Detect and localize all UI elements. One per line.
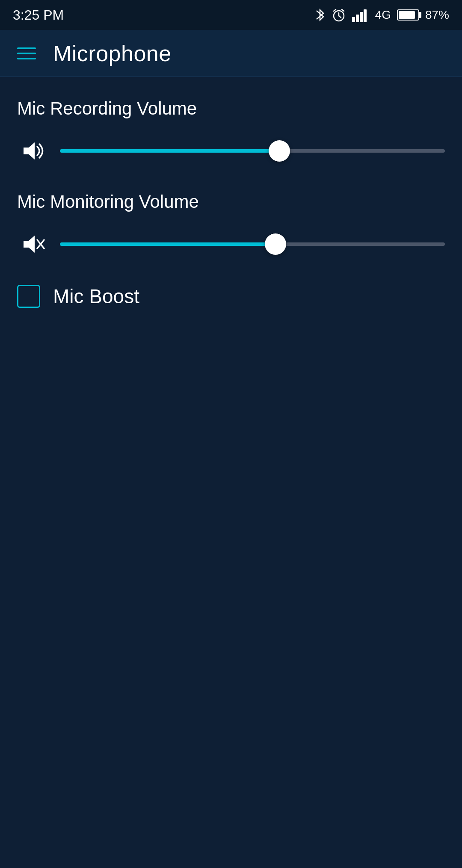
battery-icon bbox=[397, 9, 419, 21]
network-type: 4G bbox=[375, 8, 391, 22]
status-bar: 3:25 PM 4G bbox=[0, 0, 462, 30]
svg-marker-10 bbox=[24, 236, 35, 253]
mic-monitoring-slider-row bbox=[17, 229, 445, 259]
mic-recording-label: Mic Recording Volume bbox=[17, 98, 445, 119]
svg-line-3 bbox=[334, 9, 336, 11]
status-time: 3:25 PM bbox=[13, 7, 64, 23]
svg-line-2 bbox=[339, 16, 341, 18]
volume-on-icon bbox=[17, 136, 47, 166]
mic-monitoring-slider[interactable] bbox=[60, 231, 445, 257]
mic-boost-label: Mic Boost bbox=[53, 285, 139, 308]
mic-monitoring-section: Mic Monitoring Volume bbox=[17, 192, 445, 259]
svg-marker-9 bbox=[24, 142, 35, 159]
mic-boost-row: Mic Boost bbox=[17, 285, 445, 308]
volume-mute-icon bbox=[17, 229, 47, 259]
mic-recording-slider[interactable] bbox=[60, 138, 445, 164]
alarm-icon bbox=[332, 8, 346, 22]
signal-icon bbox=[352, 8, 369, 22]
status-icons: 4G 87% bbox=[314, 7, 449, 23]
svg-rect-5 bbox=[352, 17, 355, 22]
svg-rect-6 bbox=[356, 15, 359, 22]
svg-rect-8 bbox=[364, 9, 367, 22]
bluetooth-icon bbox=[314, 7, 326, 23]
mic-recording-section: Mic Recording Volume bbox=[17, 98, 445, 166]
menu-button[interactable] bbox=[17, 47, 36, 59]
svg-line-4 bbox=[342, 9, 344, 11]
content-area: Mic Recording Volume Mic Monitoring Volu… bbox=[0, 77, 462, 325]
battery-percent: 87% bbox=[425, 8, 449, 22]
page-title: Microphone bbox=[53, 41, 172, 66]
mic-monitoring-label: Mic Monitoring Volume bbox=[17, 192, 445, 212]
mic-boost-checkbox[interactable] bbox=[17, 285, 40, 308]
svg-rect-7 bbox=[360, 12, 363, 22]
app-bar: Microphone bbox=[0, 30, 462, 77]
mic-recording-slider-row bbox=[17, 136, 445, 166]
